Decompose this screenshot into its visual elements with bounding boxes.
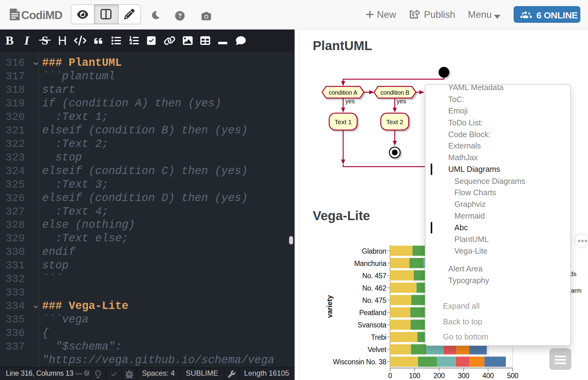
svg-text:Manchuria: Manchuria: [354, 259, 386, 267]
svg-text:No. 475: No. 475: [362, 296, 386, 304]
svg-text:yes: yes: [345, 98, 355, 105]
svg-text:Text 1: Text 1: [335, 118, 352, 125]
svg-text:Peatland: Peatland: [359, 309, 386, 317]
svg-text:100: 100: [409, 372, 420, 380]
svg-text:Glabron: Glabron: [362, 247, 386, 255]
svg-text:variety: variety: [326, 295, 334, 318]
svg-text:Trebi: Trebi: [371, 333, 386, 341]
svg-text:condition A: condition A: [329, 89, 357, 96]
svg-text:400: 400: [482, 372, 494, 380]
svg-text:Velvet: Velvet: [368, 346, 387, 354]
svg-text:300: 300: [458, 372, 469, 380]
svg-text:0: 0: [388, 372, 392, 380]
svg-text:No. 462: No. 462: [362, 284, 386, 292]
svg-text:condition B: condition B: [380, 89, 409, 96]
svg-text:Svansota: Svansota: [358, 321, 386, 329]
svg-text:500: 500: [507, 372, 518, 380]
svg-text:yes: yes: [397, 98, 406, 105]
svg-text:Text 2: Text 2: [386, 118, 403, 125]
svg-text:Wisconsin No. 38: Wisconsin No. 38: [333, 358, 386, 366]
svg-text:No. 457: No. 457: [362, 272, 386, 280]
svg-text:200: 200: [433, 372, 445, 380]
